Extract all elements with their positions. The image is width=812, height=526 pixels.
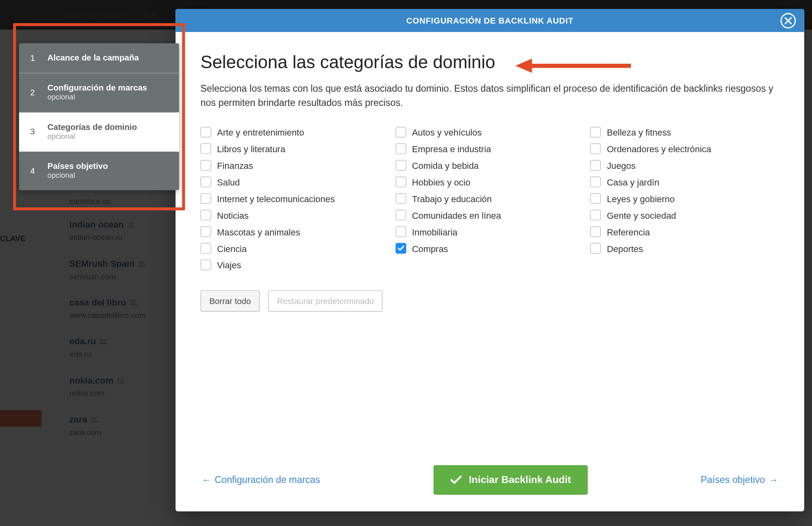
- category-option[interactable]: Arte y entretenimiento: [200, 127, 389, 137]
- backlink-audit-config-modal: CONFIGURACIÓN DE BACKLINK AUDIT Seleccio…: [175, 9, 804, 511]
- page-subtitle: Selecciona los temas con los que está as…: [200, 82, 779, 110]
- category-label: Casa y jardín: [607, 177, 659, 187]
- category-option[interactable]: Autos y vehículos: [395, 127, 584, 137]
- checkbox[interactable]: [200, 143, 211, 154]
- wizard-step-3[interactable]: 3Categorías de dominioopcional: [19, 112, 179, 152]
- checkbox[interactable]: [395, 177, 406, 187]
- category-option[interactable]: Ordenadores y electrónica: [590, 143, 779, 154]
- category-option[interactable]: Comunidades en línea: [395, 210, 584, 220]
- next-step-label: Países objetivo: [701, 474, 765, 485]
- checkbox[interactable]: [590, 193, 601, 204]
- category-label: Ordenadores y electrónica: [607, 144, 711, 154]
- modal-title-small: CONFIGURACIÓN DE BACKLINK AUDIT: [406, 16, 573, 25]
- checkbox[interactable]: [200, 259, 211, 270]
- step-number: 1: [28, 53, 37, 63]
- category-label: Inmobiliaria: [412, 226, 457, 237]
- checkbox[interactable]: [200, 193, 211, 204]
- category-option[interactable]: Libros y literatura: [200, 143, 389, 154]
- checkbox[interactable]: [395, 143, 406, 154]
- step-number: 2: [28, 88, 37, 97]
- wizard-step-2[interactable]: 2Configuración de marcasopcional: [19, 73, 179, 112]
- checkbox[interactable]: [200, 226, 211, 237]
- close-button[interactable]: [780, 13, 796, 28]
- category-option[interactable]: Mascotas y animales: [200, 226, 389, 237]
- category-label: Noticias: [217, 210, 249, 220]
- category-label: Internet y telecomunicaciones: [217, 194, 335, 204]
- checkbox[interactable]: [590, 143, 601, 154]
- start-audit-button[interactable]: Iniciar Backlink Audit: [433, 465, 588, 495]
- checkbox[interactable]: [200, 160, 211, 170]
- checkbox[interactable]: [395, 193, 406, 204]
- checkbox[interactable]: [200, 210, 211, 220]
- checkbox[interactable]: [590, 226, 601, 237]
- category-label: Mascotas y animales: [217, 226, 300, 237]
- check-icon: [450, 475, 461, 485]
- category-label: Arte y entretenimiento: [217, 127, 304, 137]
- step-text: Alcance de la campaña: [48, 53, 139, 63]
- clear-all-button[interactable]: Borrar todo: [200, 290, 260, 312]
- category-option[interactable]: Belleza y fitness: [590, 127, 779, 137]
- prev-step-label: Configuración de marcas: [215, 474, 320, 485]
- step-number: 3: [28, 127, 37, 136]
- category-option[interactable]: Viajes: [200, 259, 389, 270]
- checkbox[interactable]: [200, 127, 211, 137]
- checkbox[interactable]: [200, 177, 211, 187]
- arrow-left-icon: ←: [201, 474, 211, 485]
- checkbox[interactable]: [590, 177, 601, 187]
- category-label: Leyes y gobierno: [607, 194, 675, 204]
- checkbox[interactable]: [590, 210, 601, 220]
- wizard-step-4[interactable]: 4Países objetivoopcional: [19, 151, 179, 190]
- step-number: 4: [28, 166, 37, 175]
- category-option[interactable]: Ciencia: [200, 243, 389, 254]
- category-option[interactable]: Leyes y gobierno: [590, 193, 779, 204]
- category-option[interactable]: Trabajo y educación: [395, 193, 584, 204]
- restore-default-button[interactable]: Restaurar predeterminado: [268, 290, 383, 312]
- category-option[interactable]: Deportes: [590, 243, 779, 254]
- page-title: Selecciona las categorías de dominio: [200, 52, 779, 72]
- category-label: Libros y literatura: [217, 144, 285, 154]
- category-option[interactable]: Inmobiliaria: [395, 226, 584, 237]
- category-label: Compras: [412, 243, 448, 253]
- prev-step-link[interactable]: ← Configuración de marcas: [201, 474, 320, 485]
- category-label: Comida y bebida: [412, 160, 479, 170]
- close-icon: [785, 17, 792, 24]
- checkbox[interactable]: [395, 210, 406, 220]
- next-step-link[interactable]: Países objetivo →: [701, 474, 778, 485]
- category-label: Referencia: [607, 226, 650, 237]
- arrow-right-icon: →: [769, 474, 778, 485]
- category-option[interactable]: Salud: [200, 177, 389, 187]
- category-label: Belleza y fitness: [607, 127, 671, 137]
- checkbox[interactable]: [590, 160, 601, 170]
- wizard-steps: 1Alcance de la campaña2Configuración de …: [19, 43, 179, 190]
- category-option[interactable]: Comida y bebida: [395, 160, 584, 170]
- checkbox[interactable]: [395, 160, 406, 170]
- category-option[interactable]: Compras: [395, 243, 584, 254]
- category-option[interactable]: Internet y telecomunicaciones: [200, 193, 389, 204]
- wizard-step-1[interactable]: 1Alcance de la campaña: [19, 43, 179, 73]
- category-label: Ciencia: [217, 243, 247, 253]
- category-option[interactable]: Empresa e industria: [395, 143, 584, 154]
- step-text: Países objetivoopcional: [48, 161, 108, 181]
- category-label: Autos y vehículos: [412, 127, 482, 137]
- category-option[interactable]: Finanzas: [200, 160, 389, 170]
- category-option[interactable]: Juegos: [590, 160, 779, 170]
- checkbox[interactable]: [395, 127, 406, 137]
- category-label: Gente y sociedad: [607, 210, 676, 220]
- category-label: Juegos: [607, 160, 636, 170]
- modal-header: CONFIGURACIÓN DE BACKLINK AUDIT: [175, 9, 804, 32]
- checkbox[interactable]: [395, 226, 406, 237]
- category-label: Trabajo y educación: [412, 194, 492, 204]
- category-option[interactable]: Casa y jardín: [590, 177, 779, 187]
- checkbox[interactable]: [200, 243, 211, 254]
- checkbox[interactable]: [590, 243, 601, 254]
- category-option[interactable]: Hobbies y ocio: [395, 177, 584, 187]
- category-option[interactable]: Gente y sociedad: [590, 210, 779, 220]
- checkbox[interactable]: [590, 127, 601, 137]
- category-label: Salud: [217, 177, 240, 187]
- category-label: Hobbies y ocio: [412, 177, 470, 187]
- checkbox-checked[interactable]: [395, 243, 406, 254]
- start-audit-label: Iniciar Backlink Audit: [469, 474, 571, 486]
- category-option[interactable]: Noticias: [200, 210, 389, 220]
- category-label: Finanzas: [217, 160, 253, 170]
- category-option[interactable]: Referencia: [590, 226, 779, 237]
